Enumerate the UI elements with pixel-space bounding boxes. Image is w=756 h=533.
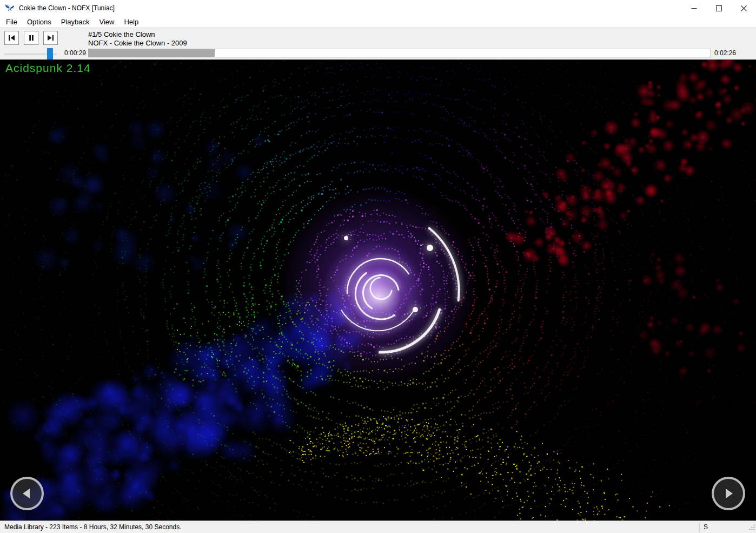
window-controls (681, 0, 756, 16)
menu-help[interactable]: Help (119, 17, 143, 27)
next-visualization-button[interactable] (712, 477, 745, 510)
previous-visualization-button[interactable] (10, 477, 44, 510)
pause-icon (28, 35, 35, 41)
visualization-area: Acidspunk 2.14 (0, 60, 756, 521)
menu-playback[interactable]: Playback (56, 17, 95, 27)
left-arrow-icon (19, 485, 35, 502)
volume-slider[interactable] (4, 48, 57, 61)
status-library-summary: Media Library - 223 Items - 8 Hours, 32 … (4, 523, 182, 531)
pause-button[interactable] (24, 31, 38, 45)
status-bar: Media Library - 223 Items - 8 Hours, 32 … (0, 521, 756, 533)
elapsed-time: 0:00:29 (56, 49, 86, 57)
previous-track-button[interactable] (4, 31, 19, 45)
window-title: Cokie the Clown - NOFX [Tuniac] (19, 4, 115, 12)
title-bar: Cokie the Clown - NOFX [Tuniac] (0, 0, 756, 16)
visualization-plugin-label: Acidspunk 2.14 (5, 62, 91, 75)
volume-slider-thumb[interactable] (47, 48, 53, 60)
seek-bar-fill (89, 49, 215, 57)
menu-options[interactable]: Options (22, 17, 56, 27)
skip-to-start-icon (8, 35, 15, 41)
now-playing-info: #1/5 Cokie the Clown NOFX - Cokie the Cl… (88, 30, 187, 48)
minimize-icon[interactable] (681, 0, 706, 16)
resize-grip[interactable] (748, 524, 755, 532)
app-window: Cokie the Clown - NOFX [Tuniac] File Opt… (0, 0, 756, 533)
status-right-indicator: S (704, 523, 708, 531)
seek-bar[interactable] (88, 49, 711, 57)
total-time: 0:02:26 (714, 49, 736, 57)
next-track-button[interactable] (43, 31, 58, 45)
menu-bar: File Options Playback View Help (0, 16, 756, 28)
right-arrow-icon (720, 485, 737, 502)
track-title-line: #1/5 Cokie the Clown (88, 30, 187, 39)
menu-view[interactable]: View (95, 17, 120, 27)
butterfly-icon[interactable] (5, 4, 15, 12)
status-divider (699, 522, 700, 532)
menu-file[interactable]: File (1, 17, 22, 27)
maximize-icon[interactable] (706, 0, 731, 16)
transport-toolbar: #1/5 Cokie the Clown NOFX - Cokie the Cl… (0, 28, 756, 60)
visualization-canvas (0, 60, 756, 521)
skip-to-end-icon (47, 35, 54, 41)
close-icon[interactable] (731, 0, 756, 16)
track-artist-line: NOFX - Cokie the Clown - 2009 (88, 39, 187, 48)
